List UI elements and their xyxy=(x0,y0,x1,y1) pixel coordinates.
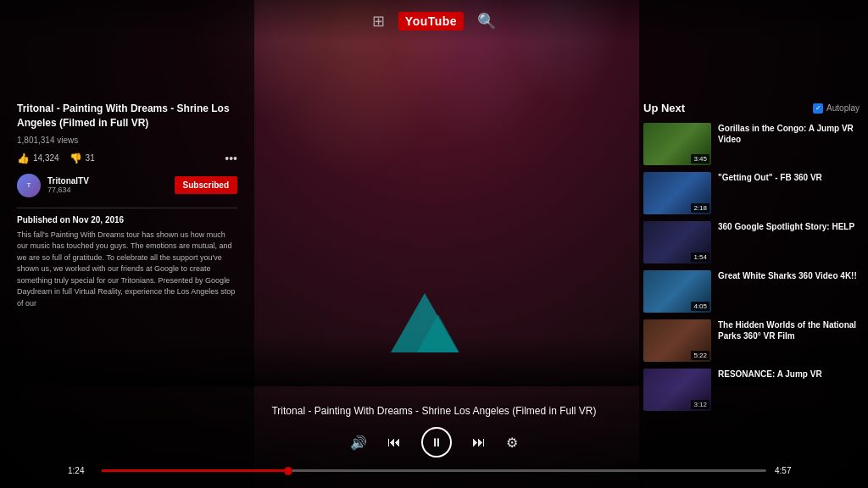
next-video-title: 360 Google Spotlight Story: HELP xyxy=(718,221,860,232)
next-video-thumb: 5:22 xyxy=(643,319,711,362)
next-video-info: Great White Sharks 360 Video 4K!! xyxy=(718,270,860,313)
next-video-thumb: 1:54 xyxy=(643,221,711,263)
play-pause-button[interactable]: ⏸ xyxy=(421,427,452,458)
video-title-bottom: Tritonal - Painting With Dreams - Shrine… xyxy=(0,405,868,417)
settings-button[interactable]: ⚙ xyxy=(506,435,518,451)
next-video-item[interactable]: 1:54 360 Google Spotlight Story: HELP xyxy=(643,221,860,263)
progress-row: 1:24 4:57 xyxy=(0,466,868,475)
next-video-info: Gorillas in the Congo: A Jump VR Video xyxy=(718,123,860,165)
next-video-thumb: 3:45 xyxy=(643,123,711,165)
thumb-duration: 3:45 xyxy=(691,154,709,164)
next-video-thumb: 4:05 xyxy=(643,270,711,313)
divider xyxy=(17,208,237,208)
progress-fill xyxy=(102,469,288,472)
next-button[interactable]: ⏭ xyxy=(472,435,486,450)
next-video-title: Gorillas in the Congo: A Jump VR Video xyxy=(718,123,860,145)
next-video-info: The Hidden Worlds of the National Parks … xyxy=(718,319,860,362)
up-next-header: Up Next Autoplay xyxy=(643,102,860,114)
dislike-count: 31 xyxy=(86,153,95,163)
next-video-title: The Hidden Worlds of the National Parks … xyxy=(718,319,860,341)
youtube-header: ⊞ YouTube 🔍 xyxy=(0,0,868,42)
next-video-item[interactable]: 3:45 Gorillas in the Congo: A Jump VR Vi… xyxy=(643,123,860,165)
thumbs-down-icon: 👎 xyxy=(70,152,82,164)
next-video-title: "Getting Out" - FB 360 VR xyxy=(718,172,860,183)
controls-row: 🔊 ⏮ ⏸ ⏭ ⚙ xyxy=(0,427,868,458)
progress-dot xyxy=(284,467,292,475)
autoplay-label: Autoplay xyxy=(826,103,860,113)
like-bar: 👍 14,324 👎 31 ••• xyxy=(17,152,237,165)
video-controls: Tritonal - Painting With Dreams - Shrine… xyxy=(0,388,868,488)
next-video-item[interactable]: 2:18 "Getting Out" - FB 360 VR xyxy=(643,172,860,214)
subscribe-button[interactable]: Subscribed xyxy=(175,176,237,194)
video-info-panel: Tritonal - Painting With Dreams - Shrine… xyxy=(17,102,237,309)
next-video-thumb: 2:18 xyxy=(643,172,711,214)
thumb-duration: 4:05 xyxy=(691,302,709,311)
progress-bar[interactable] xyxy=(102,469,766,472)
next-video-title: RESONANCE: A Jump VR xyxy=(718,369,860,380)
video-title: Tritonal - Painting With Dreams - Shrine… xyxy=(17,102,237,130)
up-next-panel: Up Next Autoplay 3:45 Gorillas in the Co… xyxy=(643,102,860,418)
volume-button[interactable]: 🔊 xyxy=(350,435,367,451)
thumb-duration: 1:54 xyxy=(691,252,709,262)
thumbs-up-icon: 👍 xyxy=(17,152,30,164)
thumb-duration: 2:18 xyxy=(691,203,709,213)
next-video-item[interactable]: 4:05 Great White Sharks 360 Video 4K!! xyxy=(643,270,860,313)
more-button[interactable]: ••• xyxy=(225,152,237,165)
next-video-title: Great White Sharks 360 Video 4K!! xyxy=(718,270,860,281)
stage-triangle-2 xyxy=(417,314,459,352)
dislike-button[interactable]: 👎 31 xyxy=(70,152,95,164)
autoplay-checkbox[interactable] xyxy=(813,103,823,114)
channel-avatar[interactable]: T xyxy=(17,174,41,197)
youtube-logo[interactable]: YouTube xyxy=(398,12,464,30)
autoplay-toggle[interactable]: Autoplay xyxy=(813,103,860,114)
like-button[interactable]: 👍 14,324 xyxy=(17,152,59,164)
channel-info: TritonalTV 77,634 xyxy=(47,176,168,194)
grid-icon[interactable]: ⊞ xyxy=(372,12,385,30)
video-description: This fall's Painting With Dreams tour ha… xyxy=(17,230,237,310)
next-video-info: "Getting Out" - FB 360 VR xyxy=(718,172,860,214)
channel-subscribers: 77,634 xyxy=(47,186,168,194)
avatar-initial: T xyxy=(27,181,31,189)
youtube-logo-text: YouTube xyxy=(398,12,464,30)
view-count: 1,801,314 views xyxy=(17,136,237,145)
search-icon[interactable]: 🔍 xyxy=(477,12,496,30)
current-time: 1:24 xyxy=(68,466,93,475)
published-date: Published on Nov 20, 2016 xyxy=(17,215,237,225)
next-video-info: 360 Google Spotlight Story: HELP xyxy=(718,221,860,263)
channel-name[interactable]: TritonalTV xyxy=(47,176,168,186)
channel-row: T TritonalTV 77,634 Subscribed xyxy=(17,174,237,197)
pause-icon: ⏸ xyxy=(431,435,442,449)
previous-button[interactable]: ⏮ xyxy=(387,435,401,450)
next-video-item[interactable]: 5:22 The Hidden Worlds of the National P… xyxy=(643,319,860,362)
next-videos-list: 3:45 Gorillas in the Congo: A Jump VR Vi… xyxy=(643,123,860,411)
thumb-duration: 5:22 xyxy=(691,351,709,360)
total-time: 4:57 xyxy=(775,466,800,475)
like-count: 14,324 xyxy=(33,153,59,163)
up-next-title: Up Next xyxy=(643,102,685,114)
